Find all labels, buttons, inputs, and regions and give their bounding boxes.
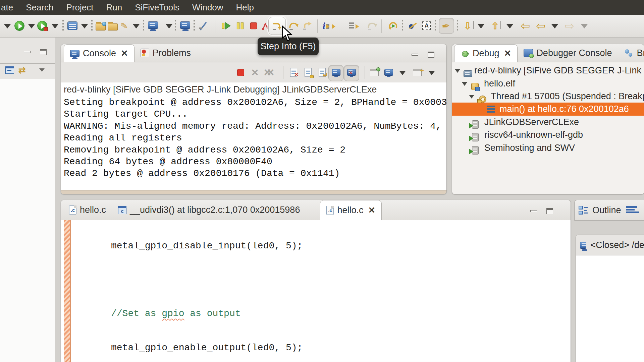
menu-help[interactable]: Help xyxy=(230,2,260,13)
instruction-stepping-button[interactable]: i xyxy=(323,19,335,32)
open-console-button[interactable]: + xyxy=(411,66,423,78)
tab-terminal[interactable]: <Closed> /de xyxy=(576,235,644,255)
outline-toolbar-icon[interactable] xyxy=(626,206,639,214)
menu-navigate[interactable]: ate xyxy=(0,2,19,13)
close-icon[interactable]: ✕ xyxy=(504,48,512,59)
project-explorer-content[interactable] xyxy=(0,79,55,362)
tree-row-process[interactable]: Semihosting and SWV xyxy=(452,141,644,155)
restart-button[interactable] xyxy=(387,19,399,32)
process-icon xyxy=(472,120,479,129)
display-console-button[interactable] xyxy=(383,66,395,78)
new-wizard-button[interactable] xyxy=(66,19,78,32)
tree-row-process[interactable]: JLinkGDBServerCLExe xyxy=(452,116,644,129)
resume-button[interactable] xyxy=(220,19,232,32)
expander-icon[interactable] xyxy=(469,95,474,101)
last-edit-location-button[interactable]: ⇦ xyxy=(519,19,531,32)
chevron-down-icon[interactable] xyxy=(504,19,516,32)
chevron-down-icon[interactable] xyxy=(475,19,487,32)
run-button[interactable] xyxy=(13,19,25,32)
console-content[interactable]: red-v-blinky [SiFive GDB SEGGER J-Link D… xyxy=(61,82,446,191)
maximize-button[interactable] xyxy=(546,208,553,214)
menu-sifivetools[interactable]: SiFiveTools xyxy=(128,2,186,13)
expander-icon[interactable] xyxy=(455,69,460,75)
terminate-button[interactable] xyxy=(248,19,260,32)
previous-annotation-button[interactable]: ⇧ xyxy=(489,19,501,32)
c-file-icon: .c xyxy=(326,206,334,215)
chevron-down-icon[interactable] xyxy=(130,19,142,32)
remove-launch-button[interactable]: ✕ xyxy=(249,66,261,78)
link-with-editor-icon[interactable]: ⇄ xyxy=(18,65,26,75)
chevron-down-icon[interactable] xyxy=(78,19,91,32)
menu-window[interactable]: Window xyxy=(186,2,229,13)
tab-hello-c-active[interactable]: .c hello.c ✕ xyxy=(320,200,382,220)
menu-project[interactable]: Project xyxy=(60,2,100,13)
view-menu-icon[interactable] xyxy=(39,68,45,74)
tab-debug[interactable]: Debug ✕ xyxy=(454,44,518,62)
tree-row-thread[interactable]: Thread #1 57005 (Suspended : Breakpo xyxy=(452,90,644,103)
step-return-button[interactable] xyxy=(301,19,313,32)
pin-console-button[interactable] xyxy=(368,66,380,78)
maximize-button[interactable] xyxy=(40,49,47,55)
expander-icon[interactable] xyxy=(462,82,467,88)
tree-row-launch[interactable]: red-v-blinky [SiFive GDB SEGGER J-Link D… xyxy=(452,64,644,77)
skip-breakpoints-button[interactable] xyxy=(407,19,419,32)
close-icon[interactable]: ✕ xyxy=(121,48,128,59)
minimize-button[interactable] xyxy=(412,54,418,56)
chevron-down-icon[interactable] xyxy=(163,19,175,32)
minimize-button[interactable] xyxy=(24,51,31,53)
chevron-down-icon[interactable] xyxy=(1,19,13,32)
show-stderr-button[interactable]: ✕ xyxy=(345,66,358,78)
scroll-lock-button[interactable] xyxy=(302,66,314,78)
tab-problems[interactable]: Problems xyxy=(135,44,197,62)
step-filters-button[interactable] xyxy=(366,19,378,32)
terminal-button[interactable] xyxy=(179,19,191,32)
run-external-button[interactable] xyxy=(36,19,48,32)
collapse-all-icon[interactable] xyxy=(5,66,14,74)
open-folder-button[interactable] xyxy=(107,19,119,32)
code-editor[interactable]: metal_gpio_disable_input(led0, 5); //Set… xyxy=(61,220,571,362)
menu-run[interactable]: Run xyxy=(100,2,128,13)
editor-range-ruler[interactable] xyxy=(64,220,71,362)
back-button[interactable]: ⇦ xyxy=(535,19,547,32)
console-scrollbar[interactable] xyxy=(61,190,446,194)
forward-button[interactable]: ⇨ xyxy=(564,19,576,32)
minimize-button[interactable] xyxy=(530,210,537,212)
remove-all-launches-button[interactable]: ✕✕ xyxy=(263,66,275,78)
tree-row-process[interactable]: riscv64-unknown-elf-gdb xyxy=(452,128,644,141)
quill-slash-button[interactable] xyxy=(197,19,209,32)
tab-udivdi3[interactable]: c __udivdi3() at libgcc2.c:1,070 0x20015… xyxy=(112,200,306,220)
maximize-button[interactable] xyxy=(428,52,434,58)
console-icon xyxy=(70,50,79,57)
word-wrap-button[interactable]: ↵ xyxy=(316,66,328,78)
tab-breakpoints[interactable]: Bre xyxy=(618,44,644,62)
show-stdout-button[interactable] xyxy=(330,66,342,78)
tab-debugger-console[interactable]: Debugger Console xyxy=(518,44,618,62)
show-type-names-button[interactable]: A xyxy=(421,19,433,32)
chevron-down-icon[interactable] xyxy=(549,19,561,32)
suspend-button[interactable] xyxy=(234,19,246,32)
terminate-button[interactable] xyxy=(234,66,247,78)
close-icon[interactable]: ✕ xyxy=(368,205,375,216)
next-annotation-button[interactable]: ⇩ xyxy=(462,19,474,32)
tree-row-stack-frame-selected[interactable]: main() at hello.c:76 0x200102a6 xyxy=(452,103,644,116)
debug-tabrow: Debug ✕ Debugger Console Bre xyxy=(452,44,644,62)
chevron-down-icon[interactable] xyxy=(426,66,438,78)
tab-outline-label[interactable]: Outline xyxy=(592,205,621,216)
tab-console[interactable]: Console ✕ xyxy=(64,44,135,62)
move-to-line-button[interactable] xyxy=(347,19,360,32)
code-comment: //Set as xyxy=(111,308,162,319)
open-project-folder-button[interactable] xyxy=(95,19,107,32)
mark-occurrences-button[interactable]: ✒ xyxy=(440,19,452,32)
terminal-content[interactable] xyxy=(576,255,644,362)
tree-row-elf[interactable]: hello.elf xyxy=(452,77,644,90)
chevron-down-icon[interactable] xyxy=(396,66,409,78)
tab-hello-c-1[interactable]: .c hello.c xyxy=(63,200,112,220)
chevron-down-icon[interactable] xyxy=(49,19,61,32)
menu-search[interactable]: Search xyxy=(19,2,60,13)
chevron-down-icon[interactable] xyxy=(578,19,590,32)
clear-console-button[interactable]: ✕ xyxy=(287,66,300,78)
highlight-pencil-button[interactable]: ✎ xyxy=(118,19,130,32)
debug-bug-icon xyxy=(461,49,469,58)
console-button[interactable] xyxy=(147,19,159,32)
chevron-down-icon[interactable] xyxy=(25,19,38,32)
